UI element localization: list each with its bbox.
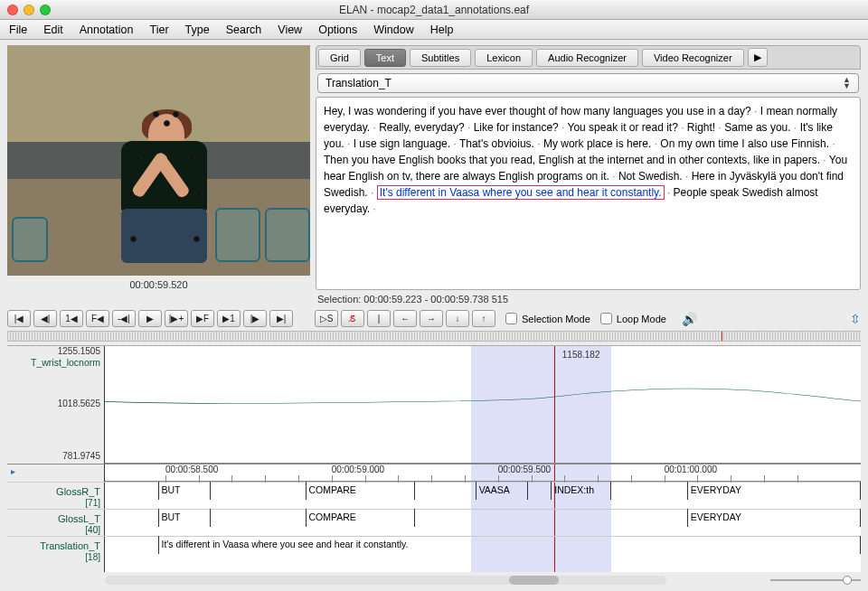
play-btn-4[interactable]: -◀| (112, 310, 136, 327)
play-btn-8[interactable]: ▶1 (217, 310, 241, 327)
play-btn-7[interactable]: ▶F (191, 310, 214, 327)
zoom-slider[interactable] (770, 576, 861, 585)
btn-glyph-icon: ◀| (41, 314, 51, 324)
annotation-segment[interactable]: You speak it or read it? (568, 121, 678, 134)
slider-knob[interactable] (843, 576, 852, 585)
tick-line (165, 475, 166, 483)
tier-row: Translation_T[18]It's different in Vaasa… (7, 536, 861, 572)
annotation[interactable]: BUT (158, 511, 212, 524)
menu-help[interactable]: Help (430, 23, 454, 36)
annotation[interactable]: It's different in Vaasa where you see an… (158, 539, 861, 551)
tier-row: GlossR_T[71]BUTCOMPAREVAASAINDEX:thEVERY… (7, 482, 861, 509)
time-ruler[interactable]: 00:00:58.50000:00:59.00000:00:59.50000:0… (105, 464, 861, 482)
tab-overflow-arrow-icon[interactable]: ▶ (748, 48, 768, 67)
sel-btn-6[interactable]: ↑ (472, 310, 495, 327)
sel-btn-0[interactable]: ▷S (315, 310, 338, 327)
loop-mode-checkbox[interactable]: Loop Mode (600, 313, 666, 324)
annotation-segment[interactable]: My work place is here. (543, 137, 651, 150)
play-btn-3[interactable]: F◀ (86, 310, 109, 327)
annotation-segment[interactable]: Really, everyday? (379, 121, 465, 134)
sel-btn-1[interactable]: S̸ (341, 310, 364, 327)
menu-type[interactable]: Type (185, 23, 210, 36)
horizontal-scrollbar[interactable] (105, 576, 666, 585)
tier-track[interactable]: BUTCOMPAREEVERYDAY (105, 510, 861, 536)
tab-subtitles[interactable]: Subtitles (410, 49, 471, 67)
annotation[interactable]: VAASA (476, 484, 529, 497)
annotation-segment[interactable]: Right! (687, 121, 715, 134)
segment-separator: · (344, 137, 354, 150)
menu-tier[interactable]: Tier (149, 23, 168, 36)
menu-options[interactable]: Options (318, 23, 357, 36)
volume-icon[interactable]: 🔊 (682, 312, 697, 326)
annotation-density-strip[interactable] (7, 331, 861, 342)
menu-search[interactable]: Search (226, 23, 262, 36)
text-viewer-panel[interactable]: Hey, I was wondering if you have ever th… (316, 97, 861, 290)
sel-btn-5[interactable]: ↓ (446, 310, 469, 327)
tab-text[interactable]: Text (364, 49, 406, 67)
sel-btn-3[interactable]: ← (393, 310, 417, 327)
btn-glyph-icon: |▶+ (169, 314, 184, 324)
segment-separator: · (368, 186, 377, 199)
signal-viewer[interactable]: 1158.182 (105, 346, 861, 464)
tick-line (598, 475, 599, 483)
sel-btn-4[interactable]: → (420, 310, 443, 327)
tier-label-col[interactable]: GlossR_T[71] (7, 483, 105, 509)
tier-track[interactable]: BUTCOMPAREVAASAINDEX:thEVERYDAY (105, 483, 861, 509)
tier-track[interactable]: It's different in Vaasa where you see an… (105, 537, 861, 572)
tick-line (797, 475, 798, 483)
segment-separator: · (791, 121, 800, 134)
menu-annotation[interactable]: Annotation (80, 23, 134, 36)
tab-video-recognizer[interactable]: Video Recognizer (642, 49, 744, 67)
play-btn-10[interactable]: ▶| (269, 310, 293, 327)
tier-label-col[interactable]: GlossL_T[40] (7, 510, 105, 536)
scrollbar-thumb[interactable] (509, 576, 559, 585)
menu-window[interactable]: Window (373, 23, 413, 36)
annotation[interactable]: INDEX:th (551, 484, 611, 497)
play-btn-1[interactable]: ◀| (33, 310, 57, 327)
selected-annotation[interactable]: It's different in Vaasa where you see an… (377, 185, 665, 200)
annotation-segment[interactable]: Then you have English books that you rea… (324, 154, 820, 166)
tab-audio-recognizer[interactable]: Audio Recognizer (536, 49, 638, 67)
segment-separator: · (370, 121, 379, 134)
btn-glyph-icon: 1◀ (65, 314, 78, 324)
tier-label-col[interactable]: Translation_T[18] (7, 537, 105, 572)
play-btn-6[interactable]: |▶+ (165, 310, 188, 327)
divider-drag-icon[interactable]: ⇳ (850, 312, 861, 326)
tick-line (199, 475, 200, 483)
track-label: T_wrist_locnorm (31, 357, 100, 368)
annotation-segment[interactable]: Not Swedish. (618, 170, 683, 183)
btn-glyph-icon: | (378, 314, 381, 324)
menu-view[interactable]: View (278, 23, 302, 36)
annotation-segment[interactable]: I use sign language. (354, 137, 450, 150)
tick-line (332, 475, 333, 483)
annotation[interactable]: COMPARE (306, 511, 415, 524)
annotation[interactable]: COMPARE (306, 484, 415, 497)
play-btn-2[interactable]: 1◀ (60, 310, 83, 327)
annotation[interactable]: EVERYDAY (687, 484, 861, 497)
tick-line (365, 475, 366, 483)
annotation[interactable]: BUT (158, 484, 212, 497)
play-btn-9[interactable]: |▶ (243, 310, 267, 327)
selection-mode-checkbox[interactable]: Selection Mode (505, 313, 590, 324)
btn-glyph-icon: ▶F (196, 314, 209, 324)
tick-line (665, 475, 665, 483)
play-btn-0[interactable]: |◀ (7, 310, 31, 327)
tier-select-dropdown[interactable]: Translation_T ▲▼ (317, 73, 859, 93)
tab-grid[interactable]: Grid (318, 49, 361, 67)
annotation-segment[interactable]: Same as you. (724, 121, 790, 134)
tier-name: GlossR_T (56, 486, 100, 497)
tick-line (465, 475, 466, 483)
play-btn-5[interactable]: ▶ (138, 310, 162, 327)
sel-btn-2[interactable]: | (367, 310, 391, 327)
annotation-segment[interactable]: That's obvioius. (459, 137, 534, 150)
menu-edit[interactable]: Edit (43, 23, 63, 36)
segment-separator: · (829, 137, 835, 150)
annotation-segment[interactable]: Like for instance? (474, 121, 559, 134)
video-viewer[interactable] (7, 45, 310, 276)
tick-line (498, 475, 499, 483)
menu-file[interactable]: File (9, 23, 27, 36)
annotation-segment[interactable]: Hey, I was wondering if you have ever th… (324, 105, 751, 117)
tab-lexicon[interactable]: Lexicon (475, 49, 533, 67)
annotation-segment[interactable]: On my own time I also use Finnish. (660, 137, 829, 150)
annotation[interactable]: EVERYDAY (687, 511, 861, 524)
